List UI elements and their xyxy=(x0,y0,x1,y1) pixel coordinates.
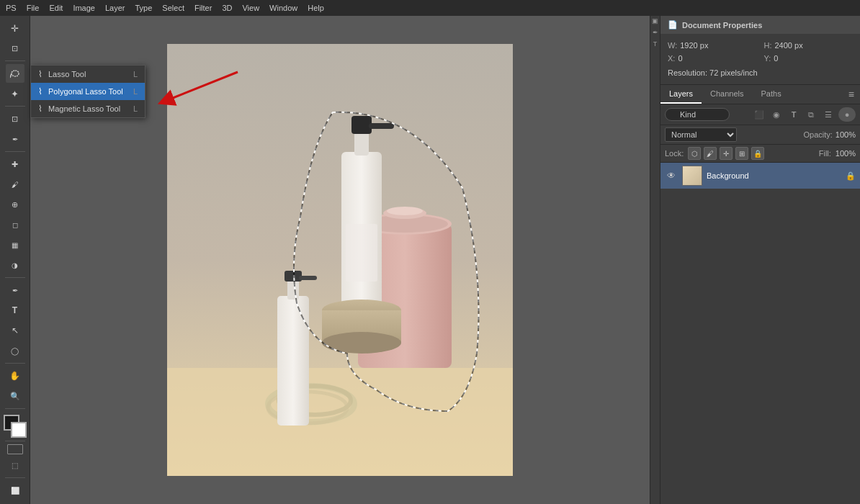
blend-mode-select[interactable]: Normal xyxy=(665,127,737,142)
tool-zoom[interactable]: 🔍 xyxy=(6,387,24,405)
lock-artboard-icon[interactable]: ⊞ xyxy=(735,147,748,160)
svg-rect-15 xyxy=(354,130,369,156)
panel-strip-icon-3[interactable]: T xyxy=(651,40,660,49)
lock-row: Lock: ⬡ 🖌 ✛ ⊞ 🔒 Fill: 100% xyxy=(660,145,860,163)
tool-lasso[interactable] xyxy=(6,64,24,83)
menu-layer[interactable]: Layer xyxy=(105,4,125,12)
lock-label: Lock: xyxy=(665,149,684,158)
tool-dodge[interactable]: ◑ xyxy=(6,256,24,274)
lock-transparent-icon[interactable]: ⬡ xyxy=(688,147,701,160)
svg-point-13 xyxy=(387,207,423,215)
menu-edit[interactable]: Edit xyxy=(49,4,63,12)
tool-brush[interactable]: 🖌 xyxy=(6,175,24,194)
tool-artboard[interactable]: ⊡ xyxy=(6,39,24,58)
layer-item-background[interactable]: 👁 Background 🔒 xyxy=(660,163,860,189)
background-color[interactable] xyxy=(11,422,27,438)
canvas-wrapper xyxy=(167,44,513,476)
x-value: 0 xyxy=(678,54,682,63)
tool-clone[interactable]: ⊕ xyxy=(6,195,24,214)
fill-label: Fill: xyxy=(819,149,831,158)
tool-screen-mode[interactable]: ⬜ xyxy=(6,481,24,500)
panel-strip-icon-1[interactable]: ▣ xyxy=(651,17,660,26)
doc-icon: 📄 xyxy=(668,20,678,30)
svg-rect-22 xyxy=(299,276,317,280)
menu-window[interactable]: Window xyxy=(269,4,297,12)
tab-layers[interactable]: Layers xyxy=(660,85,702,104)
poly-lasso-shortcut: L xyxy=(133,87,138,96)
y-value: 0 xyxy=(774,54,778,63)
w-value: 1920 px xyxy=(680,41,708,50)
tool-path-select[interactable]: ↖ xyxy=(6,321,24,340)
mag-lasso-shortcut: L xyxy=(133,104,138,113)
layers-menu-icon[interactable]: ≡ xyxy=(843,86,860,103)
menu-bar: PS File Edit Image Layer Type Select Fil… xyxy=(0,0,860,16)
color-swatches[interactable] xyxy=(4,415,27,438)
menu-3d[interactable]: 3D xyxy=(222,4,232,12)
tool-eraser[interactable]: ◻ xyxy=(6,215,24,234)
svg-rect-16 xyxy=(351,116,372,134)
svg-rect-21 xyxy=(285,271,302,282)
tab-paths[interactable]: Paths xyxy=(753,85,790,104)
lasso-tool-item[interactable]: ⌇ Lasso Tool L xyxy=(31,66,145,83)
poly-lasso-item[interactable]: ⌇ Polygonal Lasso Tool L xyxy=(31,83,145,100)
tool-crop[interactable]: ⊡ xyxy=(6,109,24,128)
layers-filter-row: 🔍 Kind ⬛ ◉ T ⧉ ☰ ● xyxy=(660,104,860,125)
lasso-context-menu: ⌇ Lasso Tool L ⌇ Polygonal Lasso Tool L … xyxy=(30,65,145,118)
tool-healing[interactable]: ✚ xyxy=(6,155,24,174)
tool-pen[interactable]: ✒ xyxy=(6,281,24,300)
doc-properties-title: Document Properties xyxy=(682,21,762,30)
menu-file[interactable]: File xyxy=(27,4,40,12)
menu-filter[interactable]: Filter xyxy=(194,4,212,12)
tool-hand[interactable]: ✋ xyxy=(6,366,24,385)
menu-image[interactable]: Image xyxy=(73,4,95,12)
menu-type[interactable]: Type xyxy=(135,4,153,12)
tool-magic-wand[interactable]: ✦ xyxy=(6,84,24,103)
svg-rect-18 xyxy=(346,224,377,282)
tool-quickmask[interactable]: ⬚ xyxy=(6,456,24,474)
tool-mask[interactable] xyxy=(7,444,23,454)
h-label: H: xyxy=(764,41,772,50)
svg-line-3 xyxy=(10,73,12,78)
filter-kind-input[interactable]: Kind xyxy=(665,108,730,121)
tool-gradient[interactable]: ▦ xyxy=(6,235,24,254)
opacity-value[interactable]: 100% xyxy=(836,130,856,139)
layer-visibility-eye[interactable]: 👁 xyxy=(665,169,678,182)
poly-lasso-label: Polygonal Lasso Tool xyxy=(48,87,123,96)
tool-shape[interactable]: ◯ xyxy=(6,341,24,360)
resolution-row: Resolution: 72 pixels/inch xyxy=(668,68,853,77)
filter-smart-icon[interactable]: ☰ xyxy=(821,107,836,122)
svg-point-2 xyxy=(12,71,19,76)
lasso-tool-label: Lasso Tool xyxy=(48,70,86,78)
menu-ps[interactable]: PS xyxy=(6,4,17,12)
tool-move[interactable]: ✛ xyxy=(6,19,24,37)
fill-value[interactable]: 100% xyxy=(836,149,856,158)
layers-panel: Layers Channels Paths ≡ 🔍 Kind ⬛ ◉ T xyxy=(660,84,860,504)
mag-lasso-icon: ⌇ xyxy=(38,104,42,114)
tool-text[interactable]: T xyxy=(6,301,24,320)
menu-help[interactable]: Help xyxy=(308,4,324,12)
tool-eyedropper[interactable]: ✒ xyxy=(6,130,24,148)
lock-paint-icon[interactable]: 🖌 xyxy=(704,147,717,160)
filter-adjustment-icon[interactable]: ◉ xyxy=(769,107,784,122)
layer-name: Background xyxy=(707,171,841,180)
panel-strip-icon-2[interactable]: ✒ xyxy=(651,29,660,37)
svg-point-25 xyxy=(322,332,401,354)
tab-channels[interactable]: Channels xyxy=(702,85,752,104)
menu-select[interactable]: Select xyxy=(162,4,184,12)
y-label: Y: xyxy=(764,54,771,63)
filter-shape-icon[interactable]: ⧉ xyxy=(804,107,818,122)
svg-rect-5 xyxy=(167,368,513,476)
lock-all-icon[interactable]: 🔒 xyxy=(751,147,764,160)
layer-thumbnail xyxy=(682,166,702,186)
h-value: 2400 px xyxy=(775,41,803,50)
filter-toggle[interactable]: ● xyxy=(838,107,856,122)
layer-lock-icon: 🔒 xyxy=(846,171,856,181)
filter-type-icon[interactable]: T xyxy=(787,107,801,122)
doc-properties-header: 📄 Document Properties xyxy=(660,16,860,34)
svg-rect-17 xyxy=(369,123,394,129)
menu-view[interactable]: View xyxy=(242,4,259,12)
lock-move-icon[interactable]: ✛ xyxy=(720,147,733,160)
filter-pixel-icon[interactable]: ⬛ xyxy=(752,107,766,122)
mag-lasso-item[interactable]: ⌇ Magnetic Lasso Tool L xyxy=(31,100,145,117)
canvas[interactable] xyxy=(167,44,513,476)
